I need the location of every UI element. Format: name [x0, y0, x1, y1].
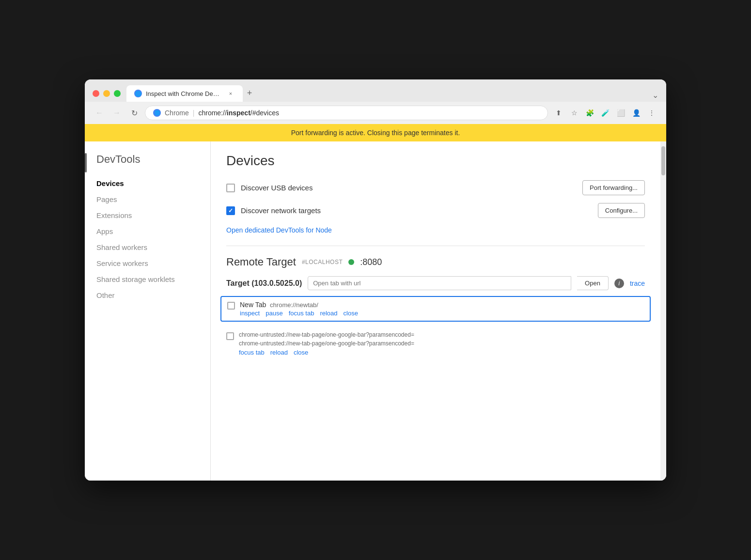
browser-tab[interactable]: 🌐 Inspect with Chrome Develop… ×: [126, 85, 243, 102]
scrollbar-thumb[interactable]: [661, 146, 665, 175]
tab-title: Inspect with Chrome Develop…: [146, 90, 222, 97]
tab-favicon: 🌐: [134, 90, 142, 97]
remote-target-host: #LOCALHOST: [302, 259, 343, 265]
section-divider: [226, 246, 645, 246]
target-item-url2-2: chrome-untrusted://new-tab-page/one-goog…: [239, 340, 645, 347]
close-link-2[interactable]: close: [294, 349, 308, 356]
new-tab-button[interactable]: +: [243, 86, 256, 100]
port-forwarding-button[interactable]: Port forwarding...: [582, 180, 645, 195]
target-item-checkbox-1[interactable]: [227, 302, 235, 310]
target-name: Target (103.0.5025.0): [226, 279, 302, 288]
focus-tab-link-2[interactable]: focus tab: [239, 349, 265, 356]
devtools-title: DevTools: [85, 153, 210, 175]
discover-network-left: Discover network targets: [226, 206, 321, 215]
sidebar-item-apps[interactable]: Apps: [85, 223, 210, 239]
discover-usb-label: Discover USB devices: [241, 184, 313, 192]
target-item-actions-1: inspect pause focus tab reload close: [240, 310, 644, 317]
trace-link[interactable]: trace: [630, 280, 645, 287]
minimize-button[interactable]: [103, 90, 110, 97]
sidebar-nav: Devices Pages Extensions Apps Shared wor…: [85, 175, 210, 303]
page-title: Devices: [226, 153, 645, 169]
discover-network-row: Discover network targets Configure...: [226, 203, 645, 218]
sidebar-item-shared-storage-worklets[interactable]: Shared storage worklets: [85, 271, 210, 287]
sidebar-item-shared-workers[interactable]: Shared workers: [85, 239, 210, 255]
close-link-1[interactable]: close: [344, 310, 358, 317]
inspect-link[interactable]: inspect: [240, 310, 260, 317]
remote-target-header: Remote Target #LOCALHOST :8080: [226, 256, 645, 268]
target-item-checkbox-2[interactable]: [226, 332, 234, 340]
focus-tab-link-1[interactable]: focus tab: [289, 310, 314, 317]
port-text: :8080: [360, 257, 382, 267]
maximize-button[interactable]: [114, 90, 121, 97]
main-content: DevTools Devices Pages Extensions Apps S…: [85, 141, 666, 481]
extension-icon[interactable]: 🧩: [583, 106, 596, 120]
address-separator: |: [193, 109, 195, 117]
tab-overflow-button[interactable]: ⌄: [652, 91, 658, 100]
reload-link-2[interactable]: reload: [270, 349, 288, 356]
refresh-button[interactable]: ↻: [127, 106, 141, 120]
target-item-actions-2: focus tab reload close: [239, 349, 645, 356]
notification-text: Port forwarding is active. Closing this …: [291, 129, 460, 137]
bookmark-icon[interactable]: ☆: [567, 106, 581, 120]
address-bar[interactable]: 🌐 Chrome | chrome://inspect/#devices: [145, 106, 548, 120]
title-bar: 🌐 Inspect with Chrome Develop… × + ⌄: [85, 79, 666, 102]
target-item-chrome-untrusted: chrome-untrusted://new-tab-page/one-goog…: [226, 327, 645, 360]
remote-target-title: Remote Target: [226, 256, 296, 268]
open-tab-button[interactable]: Open: [577, 276, 609, 290]
sidebar-item-pages[interactable]: Pages: [85, 191, 210, 207]
open-devtools-link[interactable]: Open dedicated DevTools for Node: [226, 226, 332, 234]
discover-usb-left: Discover USB devices: [226, 184, 313, 192]
performance-icon[interactable]: 🧪: [598, 106, 612, 120]
address-url-bold: inspect: [227, 109, 250, 117]
close-button[interactable]: [93, 90, 99, 97]
forward-button[interactable]: →: [110, 106, 124, 120]
target-item-url-inline-1: chrome://newtab/: [270, 301, 318, 309]
target-item-url-2: chrome-untrusted://new-tab-page/one-goog…: [239, 331, 645, 338]
open-tab-url-input[interactable]: [308, 276, 571, 290]
scroll-indicator: [85, 153, 87, 172]
target-item-info-2: chrome-untrusted://new-tab-page/one-goog…: [239, 331, 645, 356]
browser-window: 🌐 Inspect with Chrome Develop… × + ⌄ ← →…: [85, 79, 666, 481]
address-actions: ⬆ ☆ 🧩 🧪 ⬜ 👤 ⋮: [552, 106, 658, 120]
sidebar-item-devices[interactable]: Devices: [85, 175, 210, 191]
more-options-icon[interactable]: ⋮: [645, 106, 658, 120]
reload-link-1[interactable]: reload: [320, 310, 337, 317]
target-section: Target (103.0.5025.0) Open i trace New T…: [226, 276, 645, 360]
share-icon[interactable]: ⬆: [552, 106, 565, 120]
profile-icon[interactable]: 👤: [629, 106, 643, 120]
cast-icon[interactable]: ⬜: [614, 106, 627, 120]
target-item-new-tab: New Tab chrome://newtab/ inspect pause f…: [220, 296, 651, 322]
connection-status-dot: [348, 259, 354, 265]
configure-button[interactable]: Configure...: [598, 203, 645, 218]
address-url: chrome://inspect/#devices: [198, 109, 279, 117]
discover-usb-checkbox[interactable]: [226, 184, 235, 192]
address-site: Chrome: [165, 109, 189, 117]
sidebar-item-service-workers[interactable]: Service workers: [85, 255, 210, 271]
address-bar-row: ← → ↻ 🌐 Chrome | chrome://inspect/#devic…: [85, 102, 666, 124]
address-url-prefix: chrome://: [198, 109, 226, 117]
traffic-lights: [93, 90, 121, 97]
content-area: Devices Discover USB devices Port forwar…: [211, 141, 660, 481]
info-icon[interactable]: i: [614, 279, 624, 288]
discover-network-checkbox[interactable]: [226, 206, 235, 215]
sidebar: DevTools Devices Pages Extensions Apps S…: [85, 141, 211, 481]
pause-link[interactable]: pause: [266, 310, 282, 317]
notification-bar: Port forwarding is active. Closing this …: [85, 124, 666, 141]
target-item-title-1: New Tab chrome://newtab/: [240, 301, 644, 309]
sidebar-item-other[interactable]: Other: [85, 287, 210, 303]
discover-usb-row: Discover USB devices Port forwarding...: [226, 180, 645, 195]
back-button[interactable]: ←: [93, 106, 106, 120]
address-favicon: 🌐: [153, 109, 161, 117]
target-item-info-1: New Tab chrome://newtab/ inspect pause f…: [240, 301, 644, 317]
tabs-row: 🌐 Inspect with Chrome Develop… × + ⌄: [126, 85, 658, 102]
target-header: Target (103.0.5025.0) Open i trace: [226, 276, 645, 290]
scrollbar[interactable]: [660, 141, 666, 481]
address-url-suffix: /#devices: [250, 109, 279, 117]
tab-close-button[interactable]: ×: [226, 89, 235, 98]
sidebar-item-extensions[interactable]: Extensions: [85, 207, 210, 223]
discover-network-label: Discover network targets: [241, 206, 321, 215]
